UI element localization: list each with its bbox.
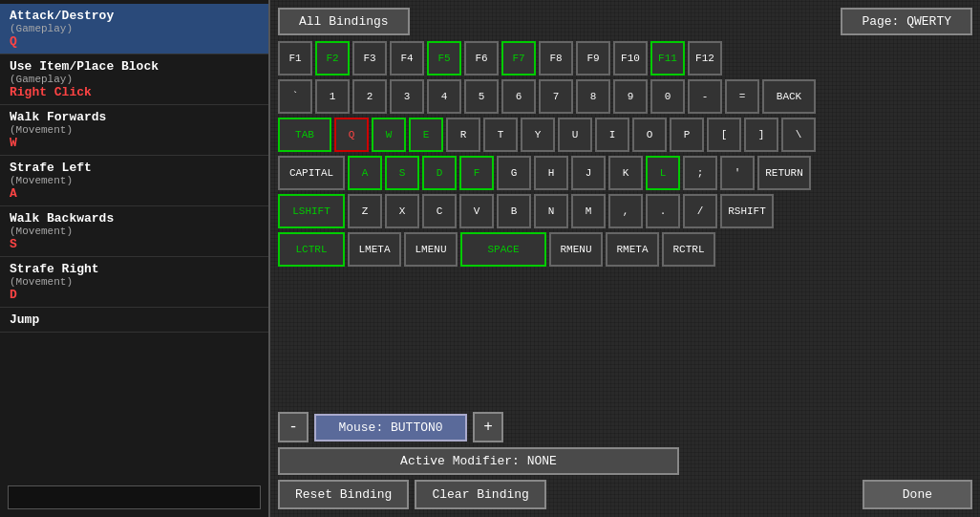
- key-lshift[interactable]: LSHIFT: [278, 194, 345, 228]
- key-backslash[interactable]: \: [781, 118, 816, 152]
- key-comma[interactable]: ,: [608, 194, 643, 228]
- key-f[interactable]: F: [459, 156, 494, 190]
- key-z[interactable]: Z: [348, 194, 382, 228]
- key-return[interactable]: RETURN: [757, 156, 811, 190]
- key-capital[interactable]: CAPITAL: [278, 156, 345, 190]
- binding-category: (Movement): [10, 226, 259, 237]
- key-h[interactable]: H: [534, 156, 568, 190]
- key-f3[interactable]: F3: [352, 41, 387, 75]
- key-6[interactable]: 6: [501, 79, 536, 114]
- binding-name: Attack/Destroy: [10, 9, 259, 23]
- key-tab[interactable]: TAB: [278, 118, 331, 152]
- key-quote[interactable]: ': [720, 156, 755, 190]
- key-lmeta[interactable]: LMETA: [348, 232, 401, 267]
- key-i[interactable]: I: [595, 118, 629, 152]
- key-backtick[interactable]: `: [278, 79, 312, 114]
- key-y[interactable]: Y: [521, 118, 555, 152]
- key-rmenu[interactable]: RMENU: [549, 232, 603, 267]
- binding-key: S: [10, 237, 259, 251]
- binding-item-use[interactable]: Use Item/Place Block (Gameplay) Right Cl…: [0, 54, 268, 105]
- key-semicolon[interactable]: ;: [683, 156, 717, 190]
- key-n[interactable]: N: [534, 194, 568, 228]
- key-d[interactable]: D: [422, 156, 457, 190]
- key-rmeta[interactable]: RMETA: [606, 232, 659, 267]
- key-g[interactable]: G: [497, 156, 531, 190]
- key-f5[interactable]: F5: [427, 41, 461, 75]
- done-button[interactable]: Done: [863, 480, 972, 509]
- key-minus[interactable]: -: [688, 79, 722, 114]
- key-q[interactable]: Q: [334, 118, 369, 152]
- reset-binding-button[interactable]: Reset Binding: [278, 480, 409, 509]
- key-lctrl[interactable]: LCTRL: [278, 232, 345, 267]
- clear-binding-button[interactable]: Clear Binding: [415, 480, 545, 509]
- key-slash[interactable]: /: [683, 194, 717, 228]
- binding-category: (Movement): [10, 175, 259, 186]
- key-equals[interactable]: =: [725, 79, 759, 114]
- key-t[interactable]: T: [483, 118, 518, 152]
- action-row: Reset Binding Clear Binding Done: [278, 480, 972, 509]
- mouse-next-button[interactable]: +: [473, 412, 503, 442]
- key-s[interactable]: S: [385, 156, 419, 190]
- bottom-controls: - Mouse: BUTTON0 + Active Modifier: NONE…: [278, 412, 972, 509]
- binding-key: Right Click: [10, 85, 259, 99]
- key-o[interactable]: O: [632, 118, 667, 152]
- key-l[interactable]: L: [646, 156, 680, 190]
- bindings-list: Attack/Destroy (Gameplay) Q Use Item/Pla…: [0, 0, 270, 517]
- key-lmenu[interactable]: LMENU: [404, 232, 458, 267]
- key-f6[interactable]: F6: [464, 41, 499, 75]
- key-2[interactable]: 2: [352, 79, 387, 114]
- key-x[interactable]: X: [385, 194, 419, 228]
- key-space[interactable]: SPACE: [460, 232, 546, 267]
- key-r[interactable]: R: [446, 118, 480, 152]
- key-rctrl[interactable]: RCTRL: [662, 232, 715, 267]
- key-v[interactable]: V: [459, 194, 494, 228]
- key-9[interactable]: 9: [613, 79, 648, 114]
- asdf-row: CAPITAL A S D F G H J K L ; ' RETURN: [278, 156, 972, 190]
- binding-item-strafe-right[interactable]: Strafe Right (Movement) D: [0, 257, 268, 308]
- fkey-row: F1 F2 F3 F4 F5 F6 F7 F8 F9 F10 F11 F12: [278, 41, 972, 75]
- key-c[interactable]: C: [422, 194, 457, 228]
- key-a[interactable]: A: [348, 156, 382, 190]
- key-w[interactable]: W: [372, 118, 406, 152]
- key-7[interactable]: 7: [539, 79, 573, 114]
- key-f11[interactable]: F11: [650, 41, 685, 75]
- key-lbracket[interactable]: [: [707, 118, 741, 152]
- key-0[interactable]: 0: [650, 79, 685, 114]
- key-e[interactable]: E: [409, 118, 443, 152]
- binding-name: Walk Forwards: [10, 110, 259, 124]
- key-f8[interactable]: F8: [539, 41, 573, 75]
- key-f12[interactable]: F12: [688, 41, 722, 75]
- mouse-prev-button[interactable]: -: [278, 412, 309, 442]
- key-u[interactable]: U: [558, 118, 592, 152]
- key-5[interactable]: 5: [464, 79, 499, 114]
- key-8[interactable]: 8: [576, 79, 610, 114]
- page-qwerty-button[interactable]: Page: QWERTY: [841, 8, 972, 35]
- key-period[interactable]: .: [646, 194, 680, 228]
- key-f7[interactable]: F7: [501, 41, 536, 75]
- search-input[interactable]: [8, 485, 261, 509]
- binding-item-attack[interactable]: Attack/Destroy (Gameplay) Q: [0, 4, 268, 54]
- key-rshift[interactable]: RSHIFT: [720, 194, 774, 228]
- binding-item-walk-backwards[interactable]: Walk Backwards (Movement) S: [0, 206, 268, 257]
- key-f10[interactable]: F10: [613, 41, 648, 75]
- binding-name: Strafe Left: [10, 161, 259, 175]
- key-j[interactable]: J: [571, 156, 606, 190]
- key-p[interactable]: P: [670, 118, 704, 152]
- key-rbracket[interactable]: ]: [744, 118, 778, 152]
- key-b[interactable]: B: [497, 194, 531, 228]
- key-k[interactable]: K: [608, 156, 643, 190]
- key-f4[interactable]: F4: [390, 41, 424, 75]
- key-1[interactable]: 1: [315, 79, 350, 114]
- binding-item-walk-forwards[interactable]: Walk Forwards (Movement) W: [0, 105, 268, 156]
- key-f2[interactable]: F2: [315, 41, 350, 75]
- key-backspace[interactable]: BACK: [762, 79, 816, 114]
- binding-item-jump[interactable]: Jump: [0, 308, 268, 333]
- key-4[interactable]: 4: [427, 79, 461, 114]
- binding-item-strafe-left[interactable]: Strafe Left (Movement) A: [0, 156, 268, 206]
- all-bindings-button[interactable]: All Bindings: [278, 8, 410, 35]
- key-3[interactable]: 3: [390, 79, 424, 114]
- key-f9[interactable]: F9: [576, 41, 610, 75]
- binding-category: (Movement): [10, 276, 259, 288]
- key-f1[interactable]: F1: [278, 41, 312, 75]
- key-m[interactable]: M: [571, 194, 606, 228]
